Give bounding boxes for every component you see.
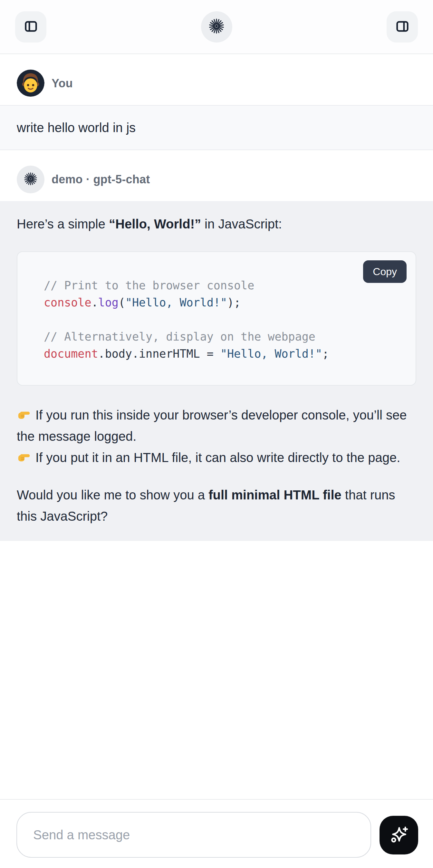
code-block: Copy // Print to the browser consolecons… [17, 251, 416, 386]
pointing-right-icon [17, 407, 32, 422]
assistant-message-header: demo · gpt-5-chat [0, 150, 433, 201]
composer-bar [0, 799, 433, 868]
copy-button[interactable]: Copy [363, 260, 407, 283]
tip-line: If you run this inside your browser’s de… [17, 404, 416, 447]
assistant-intro-text: Here’s a simple “Hello, World!” in JavaS… [17, 213, 416, 235]
closing-bold: full minimal HTML file [209, 488, 341, 502]
tip-line: If you put it in an HTML file, it can al… [17, 447, 416, 468]
top-bar [0, 0, 433, 54]
assistant-message-body: Here’s a simple “Hello, World!” in JavaS… [0, 201, 433, 541]
panel-left-icon [23, 18, 39, 36]
user-message-text: write hello world in js [17, 121, 136, 135]
starburst-icon [23, 171, 38, 188]
chat-thread: You write hello world in js demo · gpt-5… [0, 54, 433, 541]
right-panel-toggle-button[interactable] [386, 11, 418, 42]
message-input[interactable] [17, 812, 371, 858]
intro-bold: “Hello, World!” [109, 217, 201, 231]
send-button[interactable] [379, 816, 418, 855]
sparkle-icon [388, 824, 409, 846]
user-avatar [17, 70, 44, 97]
app-logo [201, 11, 232, 42]
user-message: You write hello world in js [0, 54, 433, 150]
chat-screen: You write hello world in js demo · gpt-5… [0, 0, 433, 868]
assistant-tips: If you run this inside your browser’s de… [17, 404, 416, 468]
user-message-header: You [0, 54, 433, 105]
sidebar-toggle-button[interactable] [15, 11, 47, 42]
user-author-label: You [52, 77, 73, 90]
starburst-icon [208, 17, 225, 36]
person-emoji-icon [17, 70, 44, 97]
assistant-closing-text: Would you like me to show you a full min… [17, 484, 416, 527]
code-content: // Print to the browser consoleconsole.l… [44, 277, 403, 363]
panel-right-icon [394, 18, 411, 36]
user-message-bubble: write hello world in js [0, 105, 433, 150]
pointing-right-icon [17, 450, 32, 464]
assistant-avatar [17, 165, 44, 193]
assistant-message: demo · gpt-5-chat Here’s a simple “Hello… [0, 150, 433, 541]
assistant-author-label: demo · gpt-5-chat [52, 173, 150, 186]
